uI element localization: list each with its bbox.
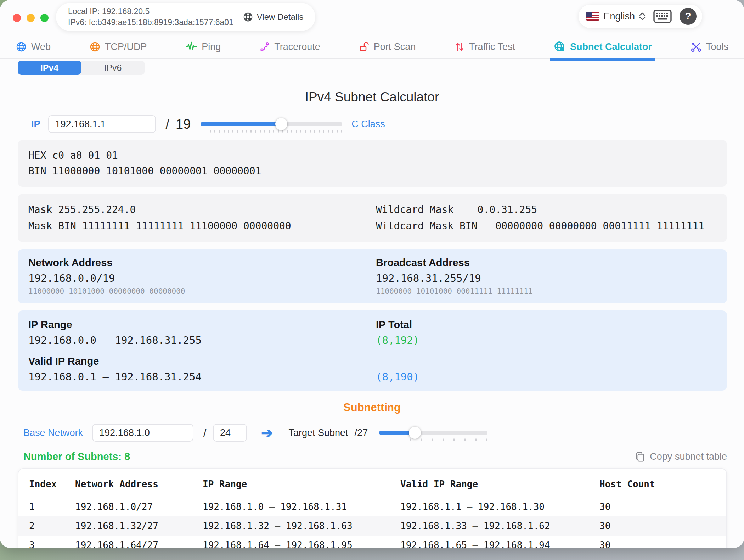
- subnet-table-body: 1192.168.1.0/27192.168.1.0 – 192.168.1.3…: [18, 497, 726, 548]
- ip-input[interactable]: [48, 115, 156, 133]
- web-globe-icon: [16, 41, 27, 52]
- tab-label: Tools: [706, 41, 728, 52]
- tools-icon: [691, 41, 702, 52]
- tab-traceroute[interactable]: Traceroute: [256, 35, 324, 58]
- tab-label: Traceroute: [274, 41, 320, 52]
- table-cell: 192.168.1.0/27: [75, 497, 203, 516]
- slider-ticks: [410, 438, 487, 441]
- table-cell: 192.168.1.64/27: [75, 536, 203, 548]
- copy-label: Copy subnet table: [650, 451, 727, 462]
- app-window: Local IP: 192.168.20.5 IPv6: fc:b349:ae1…: [0, 0, 744, 548]
- base-network-input[interactable]: [92, 424, 193, 442]
- traffic-lights: [13, 14, 49, 22]
- table-cell: 2: [18, 516, 75, 536]
- tab-traffic-test[interactable]: Traffic Test: [451, 35, 519, 58]
- tab-subnet-calculator[interactable]: Subnet Calculator: [550, 35, 655, 58]
- view-details-button[interactable]: View Details: [243, 12, 304, 22]
- tab-label: Traffic Test: [469, 41, 515, 52]
- ip-version-toggle: IPv4 IPv6: [18, 61, 145, 75]
- ip-input-row: IP / 19 C Class: [31, 115, 727, 133]
- ip-range-block: IP Range 192.168.0.0 – 192.168.31.255 Va…: [28, 318, 369, 383]
- table-cell: 192.168.1.32/27: [75, 516, 203, 536]
- ip-total-value: (8,192): [376, 334, 716, 346]
- base-network-row: Base Network / ➔ Target Subnet /27: [23, 424, 727, 442]
- tab-web[interactable]: Web: [12, 35, 54, 58]
- subnetting-title: Subnetting: [0, 401, 744, 414]
- local-ip-pill: Local IP: 192.168.20.5 IPv6: fc:b349:ae1…: [56, 3, 315, 31]
- pulse-icon: [185, 41, 197, 52]
- network-address-value: 192.168.0.0/19: [28, 272, 369, 284]
- ipv6-tab[interactable]: IPv6: [81, 61, 145, 75]
- page-title: IPv4 Subnet Calculator: [0, 90, 744, 105]
- copy-subnet-table-button[interactable]: Copy subnet table: [635, 451, 727, 463]
- tab-port-scan[interactable]: Port Scan: [355, 35, 419, 58]
- local-ip-info: Local IP: 192.168.20.5 IPv6: fc:b349:ae1…: [68, 6, 233, 28]
- target-subnet-slider[interactable]: [379, 431, 487, 435]
- subnet-table: IndexNetwork AddressIP RangeValid IP Ran…: [18, 469, 726, 548]
- network-address-bin: 11000000 10101000 00000000 00000000: [28, 287, 369, 296]
- globe-icon: [243, 12, 253, 22]
- base-slash: /: [203, 426, 207, 439]
- wildcard-bin-line: Wildcard Mask BIN 00000000 00000000 0001…: [376, 218, 716, 234]
- broadcast-address-block: Broadcast Address 192.168.31.255/19 1100…: [376, 257, 716, 296]
- slider-fill: [201, 122, 281, 126]
- tabbar: Web TCP/UDP Ping: [0, 35, 744, 59]
- slider-thumb[interactable]: [275, 118, 287, 130]
- ip-range-box: IP Range 192.168.0.0 – 192.168.31.255 Va…: [18, 310, 727, 391]
- arrows-up-down-icon: [454, 41, 465, 52]
- language-selector[interactable]: English: [586, 11, 646, 22]
- target-prefix-value: /27: [355, 427, 368, 438]
- local-ip-text: Local IP: 192.168.20.5: [68, 6, 233, 17]
- tab-label: TCP/UDP: [105, 41, 147, 52]
- keyboard-button[interactable]: [653, 10, 672, 23]
- broadcast-address-value: 192.168.31.255/19: [376, 272, 716, 284]
- table-header-cell: Network Address: [75, 469, 203, 497]
- table-row: 2192.168.1.32/27192.168.1.32 – 192.168.1…: [18, 516, 726, 536]
- tab-tcp-udp[interactable]: TCP/UDP: [86, 35, 151, 58]
- broadcast-address-bin: 11000000 10101000 00011111 11111111: [376, 287, 716, 296]
- slash-separator: /: [166, 117, 170, 132]
- tab-label: Subnet Calculator: [570, 41, 652, 52]
- broadcast-address-label: Broadcast Address: [376, 257, 716, 269]
- valid-ip-range-label: Valid IP Range: [28, 355, 369, 367]
- table-cell: 30: [599, 536, 726, 548]
- subnet-globe-icon: [554, 41, 566, 53]
- bin-line: BIN 11000000 10101000 00000001 00000001: [28, 163, 716, 179]
- close-window-button[interactable]: [13, 14, 21, 22]
- view-details-label: View Details: [257, 12, 304, 22]
- chevron-updown-icon: [639, 12, 646, 20]
- help-label: ?: [685, 11, 691, 22]
- mask-bin-line: Mask BIN 11111111 11111111 11100000 0000…: [28, 218, 369, 234]
- wildcard-line: Wildcard Mask 0.0.31.255: [376, 202, 716, 218]
- base-prefix-input[interactable]: [213, 424, 247, 442]
- prefix-slider[interactable]: [201, 122, 342, 126]
- table-cell: 1: [18, 497, 75, 516]
- valid-ip-total-value: (8,190): [376, 371, 716, 383]
- table-header-cell: Index: [18, 469, 75, 497]
- valid-total-spacer: [376, 355, 716, 367]
- subnet-count-label: Number of Subnets: 8: [23, 451, 130, 463]
- subnet-count-row: Number of Subnets: 8 Copy subnet table: [23, 451, 727, 463]
- table-header-cell: Valid IP Range: [400, 469, 599, 497]
- tab-ping[interactable]: Ping: [182, 35, 224, 58]
- arrow-right-icon: ➔: [261, 426, 273, 440]
- ipv4-tab[interactable]: IPv4: [18, 61, 81, 75]
- network-address-label: Network Address: [28, 257, 369, 269]
- slider-thumb[interactable]: [409, 427, 421, 439]
- slider-ticks: [210, 130, 342, 133]
- table-cell: 192.168.1.65 – 192.168.1.94: [400, 536, 599, 548]
- ip-total-block: IP Total (8,192) (8,190): [376, 318, 716, 383]
- minimize-window-button[interactable]: [27, 14, 35, 22]
- copy-icon: [635, 451, 646, 463]
- table-cell: 192.168.1.32 – 192.168.1.63: [203, 516, 400, 536]
- tab-tools[interactable]: Tools: [687, 35, 732, 58]
- network-address-block: Network Address 192.168.0.0/19 11000000 …: [28, 257, 369, 296]
- table-row: 1192.168.1.0/27192.168.1.0 – 192.168.1.3…: [18, 497, 726, 516]
- tab-label: Web: [31, 41, 51, 52]
- zoom-window-button[interactable]: [40, 14, 49, 22]
- titlebar: Local IP: 192.168.20.5 IPv6: fc:b349:ae1…: [0, 0, 744, 35]
- help-button[interactable]: ?: [680, 8, 697, 25]
- hex-bin-box: HEX c0 a8 01 01 BIN 11000000 10101000 00…: [18, 140, 727, 187]
- keyboard-icon: [653, 10, 672, 23]
- valid-ip-range-value: 192.168.0.1 – 192.168.31.254: [28, 371, 369, 383]
